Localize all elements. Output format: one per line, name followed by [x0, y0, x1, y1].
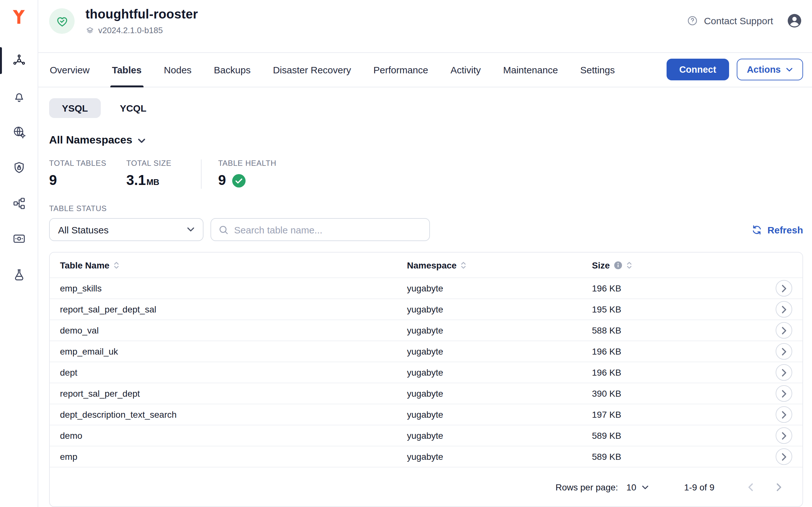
row-expand-button[interactable]: [776, 364, 792, 381]
cell-namespace: yugabyte: [407, 388, 592, 399]
stat-label: TOTAL SIZE: [126, 159, 201, 168]
next-page-button[interactable]: [775, 481, 783, 493]
filter-controls: All Statuses Refresh: [49, 218, 803, 241]
status-filter-value: All Statuses: [58, 224, 108, 235]
cell-table-name: demo_val: [60, 325, 407, 335]
row-expand-button[interactable]: [776, 301, 792, 318]
actions-button[interactable]: Actions: [737, 59, 803, 81]
clusters-icon: [12, 54, 26, 68]
cell-size: 196 KB: [592, 346, 762, 356]
cell-size: 195 KB: [592, 304, 762, 315]
cell-size: 588 KB: [592, 325, 762, 335]
cell-table-name: demo: [60, 431, 407, 441]
table-row[interactable]: report_sal_per_dept yugabyte 390 KB: [50, 383, 802, 404]
bell-icon: [12, 89, 26, 103]
stat-value: 3.1: [126, 172, 146, 189]
table-row[interactable]: emp_skills yugabyte 196 KB: [50, 277, 802, 298]
cell-namespace: yugabyte: [407, 452, 592, 462]
tab-ycql[interactable]: YCQL: [107, 98, 159, 118]
column-header-namespace: Namespace: [407, 260, 592, 270]
search-icon: [218, 224, 229, 235]
table-row[interactable]: dept_description_text_search yugabyte 19…: [50, 404, 802, 425]
cell-size: 589 KB: [592, 452, 762, 462]
sidebar-item-billing[interactable]: [0, 221, 38, 257]
row-expand-button[interactable]: [776, 280, 792, 296]
row-expand-button[interactable]: [776, 427, 792, 444]
pagination-range: 1-9 of 9: [684, 482, 714, 492]
cluster-health-badge: [49, 8, 75, 34]
sort-icon[interactable]: [627, 261, 632, 270]
chevron-left-icon: [748, 483, 753, 491]
tab-nodes[interactable]: Nodes: [163, 53, 192, 87]
tab-backups[interactable]: Backups: [213, 53, 251, 87]
avatar[interactable]: [786, 12, 803, 29]
app-window: thoughtful-rooster v2024.2.1.0-b185 Cont…: [0, 0, 812, 507]
sidebar-item-clusters[interactable]: [0, 43, 38, 78]
chevron-right-icon: [781, 452, 787, 461]
main-area: thoughtful-rooster v2024.2.1.0-b185 Cont…: [38, 0, 812, 507]
table-body: emp_skills yugabyte 196 KB report_sal_pe…: [50, 277, 802, 467]
chevron-down-icon: [187, 227, 195, 232]
tab-settings[interactable]: Settings: [580, 53, 615, 87]
search-input[interactable]: [234, 224, 422, 235]
stat-table-health: TABLE HEALTH 9: [218, 159, 276, 189]
tab-performance[interactable]: Performance: [373, 53, 429, 87]
table-row[interactable]: report_sal_per_dept_sal yugabyte 195 KB: [50, 298, 802, 320]
table-row[interactable]: dept yugabyte 196 KB: [50, 361, 802, 383]
sidebar-item-network[interactable]: [0, 114, 38, 150]
tab-activity[interactable]: Activity: [450, 53, 482, 87]
sidebar-item-security[interactable]: [0, 150, 38, 185]
sidebar-item-labs[interactable]: [0, 257, 38, 293]
table-row[interactable]: emp_email_uk yugabyte 196 KB: [50, 341, 802, 361]
contact-support-link[interactable]: Contact Support: [704, 15, 773, 26]
actions-button-label: Actions: [747, 65, 781, 75]
chevron-right-icon: [781, 347, 787, 355]
info-icon[interactable]: [614, 261, 622, 270]
sort-icon[interactable]: [113, 261, 119, 270]
row-expand-button[interactable]: [776, 385, 792, 402]
prev-page-button[interactable]: [746, 481, 755, 493]
namespace-selector-label: All Namespaces: [49, 134, 132, 147]
row-expand-button[interactable]: [776, 448, 792, 465]
chevron-down-icon: [138, 138, 146, 144]
stats-divider: [201, 159, 202, 189]
cluster-name: thoughtful-rooster: [86, 7, 198, 22]
table-row[interactable]: demo_val yugabyte 588 KB: [50, 320, 802, 341]
tab-disaster-recovery[interactable]: Disaster Recovery: [272, 53, 352, 87]
tab-maintenance[interactable]: Maintenance: [503, 53, 559, 87]
cell-namespace: yugabyte: [407, 283, 592, 293]
tab-overview[interactable]: Overview: [49, 53, 90, 87]
row-expand-button[interactable]: [776, 322, 792, 339]
heart-check-icon: [55, 14, 68, 28]
cell-namespace: yugabyte: [407, 367, 592, 378]
column-header-size: Size: [592, 260, 762, 270]
stat-total-size: TOTAL SIZE 3.1 MB: [126, 159, 201, 189]
rows-per-page-select[interactable]: 10: [627, 482, 648, 492]
stat-value: 9: [218, 172, 226, 189]
row-expand-button[interactable]: [776, 406, 792, 423]
tab-tables[interactable]: Tables: [111, 53, 142, 87]
sidebar-item-integrations[interactable]: [0, 185, 38, 221]
sort-icon[interactable]: [461, 261, 466, 270]
table-row[interactable]: demo yugabyte 589 KB: [50, 425, 802, 446]
sidebar-item-alerts[interactable]: [0, 78, 38, 114]
yugabyte-logo[interactable]: [10, 8, 28, 25]
billing-icon: [12, 232, 26, 246]
namespace-selector[interactable]: All Namespaces: [49, 134, 146, 147]
table-row[interactable]: emp yugabyte 589 KB: [50, 446, 802, 467]
tab-ysql[interactable]: YSQL: [49, 98, 101, 118]
status-filter-select[interactable]: All Statuses: [49, 218, 204, 241]
cell-table-name: report_sal_per_dept_sal: [60, 304, 407, 315]
refresh-button[interactable]: Refresh: [751, 224, 803, 235]
cell-size: 197 KB: [592, 409, 762, 419]
help-icon[interactable]: [686, 15, 698, 27]
stat-unit: MB: [146, 177, 159, 187]
row-expand-button[interactable]: [776, 343, 792, 360]
chevron-right-icon: [781, 368, 787, 377]
chevron-right-icon: [781, 305, 787, 314]
flask-icon: [12, 268, 26, 282]
table-header-row: Table Name Namespace Size: [50, 252, 802, 277]
table-footer: Rows per page: 10 1-9 of 9: [50, 467, 802, 506]
connect-button[interactable]: Connect: [666, 59, 729, 81]
stats-row: TOTAL TABLES 9 TOTAL SIZE 3.1 MB TABLE H…: [49, 159, 803, 189]
